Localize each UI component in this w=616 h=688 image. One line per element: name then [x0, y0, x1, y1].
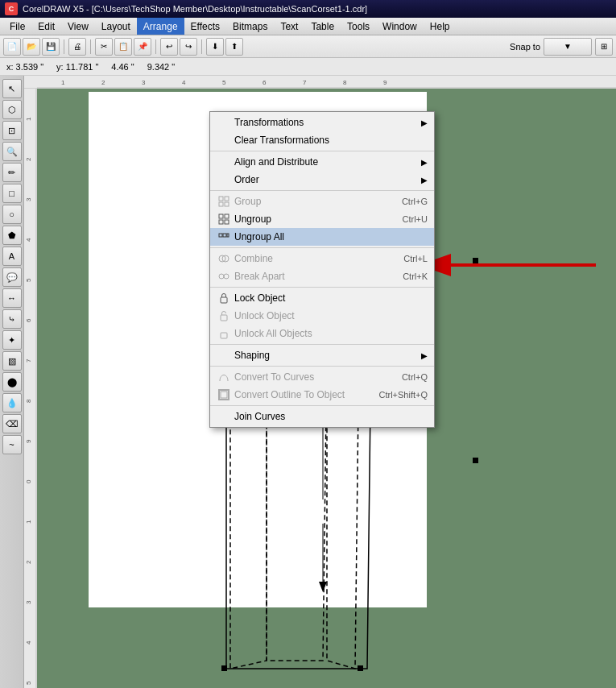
coord-x: x: 3.539 " — [6, 62, 43, 72]
tool-crop[interactable]: ⊡ — [2, 121, 22, 140]
toolbar-redo[interactable]: ↪ — [180, 38, 197, 56]
svg-text:5: 5 — [222, 79, 226, 86]
tool-poly[interactable]: ⬟ — [2, 226, 22, 245]
toolbar-sep2 — [90, 39, 91, 54]
menu-item-lock[interactable]: Lock Object — [210, 289, 434, 307]
toolbar-new[interactable]: 📄 — [3, 38, 21, 56]
menu-help[interactable]: Help — [424, 18, 457, 35]
menu-item-align[interactable]: Align and Distribute ▶ — [210, 153, 434, 171]
tool-dimension[interactable]: ↔ — [2, 288, 22, 308]
svg-rect-55 — [221, 315, 227, 321]
svg-text:9: 9 — [383, 79, 387, 86]
svg-rect-43 — [219, 214, 223, 218]
svg-rect-45 — [219, 220, 223, 224]
svg-point-52 — [219, 274, 224, 279]
group-icon — [217, 195, 231, 208]
tool-interactive[interactable]: ⬤ — [2, 372, 22, 392]
snap-icon[interactable]: ⊞ — [595, 38, 613, 56]
svg-rect-11 — [24, 89, 37, 688]
toolbar-copy[interactable]: 📋 — [114, 38, 132, 56]
svg-text:9: 9 — [25, 439, 32, 443]
svg-point-53 — [224, 274, 229, 279]
svg-text:7: 7 — [25, 359, 32, 363]
tool-smear[interactable]: ~ — [2, 435, 22, 454]
combine-label: Combine — [234, 253, 397, 264]
menu-tools[interactable]: Tools — [341, 18, 376, 35]
group-label: Group — [234, 196, 395, 207]
tool-callout[interactable]: 💬 — [2, 267, 22, 287]
shaping-icon — [217, 349, 231, 362]
tool-rect[interactable]: □ — [2, 184, 22, 203]
svg-rect-34 — [473, 258, 478, 263]
break-apart-label: Break Apart — [234, 271, 396, 282]
toolbar-print[interactable]: 🖨 — [68, 38, 86, 56]
menu-item-combine: Combine Ctrl+L — [210, 250, 434, 267]
svg-text:3: 3 — [25, 197, 32, 201]
tool-erase[interactable]: ⌫ — [2, 414, 22, 433]
menu-arrange[interactable]: Arrange — [137, 18, 184, 35]
menu-file[interactable]: File — [3, 18, 31, 35]
menu-layout[interactable]: Layout — [95, 18, 137, 35]
tool-freehand[interactable]: ✏ — [2, 163, 22, 182]
tool-connector[interactable]: ⤷ — [2, 309, 22, 329]
svg-rect-49 — [227, 234, 229, 237]
menu-effects[interactable]: Effects — [184, 18, 226, 35]
svg-rect-40 — [225, 197, 229, 201]
menu-item-join-curves[interactable]: Join Curves — [210, 408, 434, 425]
menu-edit[interactable]: Edit — [31, 18, 61, 35]
tool-zoom[interactable]: 🔍 — [2, 142, 22, 161]
join-curves-label: Join Curves — [234, 411, 428, 422]
menu-section-lock: Lock Object Unlock Object Unlock All Obj… — [210, 288, 434, 345]
menu-view[interactable]: View — [61, 18, 95, 35]
menu-bitmaps[interactable]: Bitmaps — [226, 18, 274, 35]
tool-text[interactable]: A — [2, 247, 22, 266]
svg-rect-41 — [219, 202, 223, 206]
toolbar-export[interactable]: ⬆ — [225, 38, 243, 56]
menu-table[interactable]: Table — [304, 18, 341, 35]
tool-arrow[interactable]: ↖ — [2, 79, 22, 98]
menu-item-clear-transformations[interactable]: Clear Transformations — [210, 131, 434, 149]
svg-marker-31 — [319, 582, 327, 592]
menu-item-order[interactable]: Order ▶ — [210, 171, 434, 189]
menu-item-convert-outline: Convert Outline To Object Ctrl+Shift+Q — [210, 386, 434, 404]
svg-rect-48 — [223, 234, 226, 237]
tool-eyedrop[interactable]: 💧 — [2, 393, 22, 412]
clear-transformations-label: Clear Transformations — [234, 135, 428, 146]
app-icon: C — [5, 2, 18, 15]
menu-item-group: Group Ctrl+G — [210, 193, 434, 210]
toolbar-undo[interactable]: ↩ — [160, 38, 178, 56]
svg-text:2: 2 — [25, 157, 32, 161]
break-apart-icon — [217, 270, 231, 283]
convert-outline-icon — [217, 388, 231, 401]
lock-label: Lock Object — [234, 292, 428, 304]
snap-area: Snap to ▼ ⊞ — [510, 38, 613, 56]
ruler-h-svg: 1 2 3 4 5 6 7 8 9 — [37, 76, 616, 89]
svg-text:2: 2 — [25, 560, 32, 564]
menu-section-shaping: Shaping ▶ — [210, 345, 434, 367]
tool-ellipse[interactable]: ○ — [2, 205, 22, 224]
ungroup-label: Ungroup — [234, 213, 396, 225]
toolbar-import[interactable]: ⬇ — [206, 38, 224, 56]
tool-fill[interactable]: ▧ — [2, 351, 22, 371]
menu-item-shaping[interactable]: Shaping ▶ — [210, 346, 434, 364]
toolbar-cut[interactable]: ✂ — [95, 38, 113, 56]
menu-item-ungroup-all[interactable]: Ungroup All — [210, 228, 434, 246]
menu-text[interactable]: Text — [274, 18, 304, 35]
snap-dropdown[interactable]: ▼ — [544, 38, 592, 56]
tool-effects[interactable]: ✦ — [2, 330, 22, 350]
tool-node[interactable]: ⬡ — [2, 100, 22, 119]
toolbar-open[interactable]: 📂 — [23, 38, 40, 56]
transformations-arrow: ▶ — [421, 118, 428, 127]
order-arrow: ▶ — [421, 176, 428, 184]
menu-window[interactable]: Window — [376, 18, 424, 35]
menu-item-ungroup[interactable]: Ungroup Ctrl+U — [210, 210, 434, 228]
toolbar-save[interactable]: 💾 — [42, 38, 60, 56]
menu-item-transformations[interactable]: Transformations ▶ — [210, 114, 434, 131]
svg-text:3: 3 — [25, 600, 32, 604]
svg-text:4: 4 — [25, 640, 32, 644]
svg-rect-46 — [225, 220, 229, 224]
svg-text:8: 8 — [343, 79, 347, 86]
svg-text:1: 1 — [25, 117, 32, 121]
toolbar-paste[interactable]: 📌 — [134, 38, 151, 56]
unlock-all-label: Unlock All Objects — [234, 328, 428, 339]
